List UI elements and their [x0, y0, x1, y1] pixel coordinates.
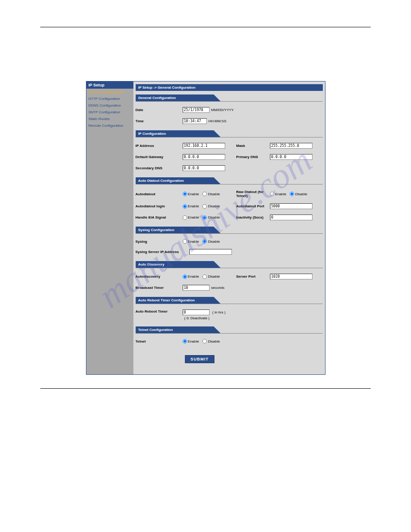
login-label: Autodialout login — [136, 204, 183, 208]
sidebar-item-sntp[interactable]: SNTP Configuration — [86, 109, 133, 116]
broadcast-label: Broadcast Timer — [136, 286, 183, 290]
gw-input[interactable] — [183, 154, 225, 160]
sidebar-item-ddns[interactable]: DDNS Configuration — [86, 102, 133, 109]
section-dialout-title: Auto Dialout Configuration — [136, 177, 221, 184]
port-label: Autodialout Port — [236, 204, 270, 208]
eia-radio[interactable]: Enable Disable — [183, 215, 223, 220]
port-input[interactable] — [270, 203, 313, 209]
sidebar-item-http[interactable]: HTTP Configuration — [86, 95, 133, 102]
breadcrumb: IP Setup -> General Configuration — [136, 84, 323, 91]
date-input[interactable] — [183, 107, 210, 113]
time-input[interactable] — [183, 118, 207, 124]
sidebar: IP Setup General Configuration HTTP Conf… — [86, 82, 133, 374]
time-hint: HH:MM:SS — [209, 119, 227, 123]
reboot-label: Auto Reboot Timer — [136, 309, 183, 313]
login-radio[interactable]: Enable Disable — [183, 204, 223, 209]
section-discovery-title: Auto Discovery — [136, 261, 221, 268]
mask-input[interactable] — [270, 143, 313, 149]
time-label: Time — [136, 119, 183, 123]
broadcast-input[interactable] — [183, 285, 210, 291]
autodialout-radio[interactable]: Enable Disable — [183, 192, 223, 196]
autodisc-radio[interactable]: Enable Disable — [183, 275, 223, 279]
app-frame: manualshive.com IP Setup General Configu… — [86, 81, 325, 375]
ip-input[interactable] — [183, 143, 225, 149]
sidebar-item-general[interactable]: General Configuration — [86, 89, 133, 95]
syslog-radio[interactable]: Enable Disable — [183, 239, 223, 244]
telnet-label: Telnet — [136, 339, 183, 343]
inactivity-input[interactable] — [270, 215, 313, 220]
reboot-hint1: ( in hrs ) — [212, 310, 225, 314]
telnet-radio[interactable]: Enable Disable — [183, 339, 223, 343]
serverport-input[interactable] — [270, 274, 313, 279]
section-syslog-title: Syslog Configuration — [136, 227, 221, 233]
date-hint: MM/DD/YYYY — [211, 108, 234, 112]
serverport-label: Server Port — [236, 275, 270, 279]
submit-button[interactable]: SUBMIT — [185, 355, 215, 363]
rawdialout-radio[interactable]: Enable Disable — [270, 192, 310, 196]
mask-label: Mask — [236, 144, 270, 148]
section-reboot-title: Auto Reboot Timer Configuration — [136, 297, 221, 304]
section-ip-title: IP Configuration — [136, 130, 221, 137]
autodisc-label: Autodiscovery — [136, 275, 183, 279]
reboot-hint2: ( 0: Deactivate ) — [184, 316, 210, 320]
reboot-input[interactable] — [183, 309, 210, 315]
gw-label: Default Gateway — [136, 155, 183, 159]
section-general-title: General Configuration — [136, 94, 221, 101]
syslog-label: Syslog — [136, 240, 183, 244]
pdns-label: Primary DNS — [236, 155, 270, 159]
syslog-server-input[interactable] — [189, 249, 232, 255]
syslog-server-label: Syslog Server IP Address — [136, 250, 189, 254]
pdns-input[interactable] — [270, 154, 313, 160]
autodialout-label: Autodialout — [136, 192, 183, 196]
ip-label: IP Address — [136, 144, 183, 148]
main-panel: IP Setup -> General Configuration Genera… — [133, 82, 325, 374]
sidebar-item-routes[interactable]: Static Routes — [86, 116, 133, 122]
rawdialout-label: Raw Dialout (for Telnet) — [236, 190, 270, 198]
section-telnet-title: Telnet Configuration — [136, 326, 221, 333]
sdns-label: Secondary DNS — [136, 166, 183, 170]
date-label: Date — [136, 108, 183, 112]
eia-label: Handle EIA Signal — [136, 215, 183, 219]
sidebar-title: IP Setup — [86, 82, 133, 89]
broadcast-hint: seconds — [211, 286, 225, 290]
inactivity-label: Inactivity (Secs) — [236, 215, 270, 219]
sidebar-item-remote[interactable]: Remote Configuration — [86, 122, 133, 129]
sdns-input[interactable] — [183, 165, 225, 171]
